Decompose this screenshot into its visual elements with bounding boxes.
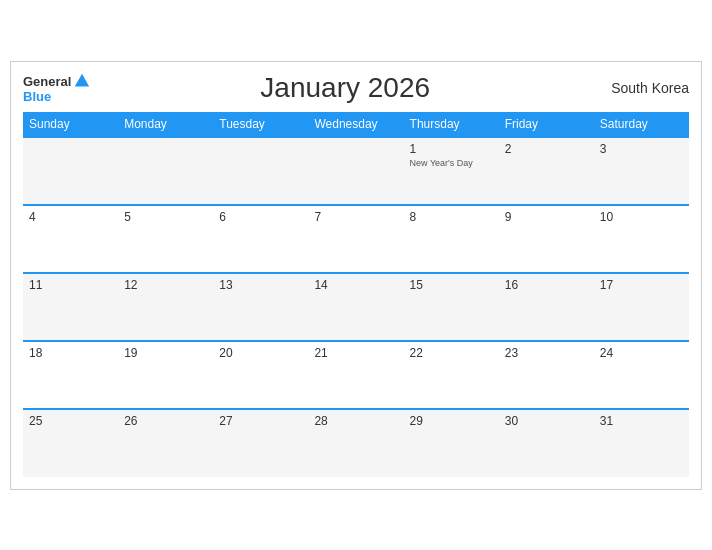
day-number: 9 — [505, 210, 588, 224]
day-number: 27 — [219, 414, 302, 428]
day-number: 6 — [219, 210, 302, 224]
day-number: 20 — [219, 346, 302, 360]
day-number: 30 — [505, 414, 588, 428]
day-number: 31 — [600, 414, 683, 428]
calendar-cell: 9 — [499, 205, 594, 273]
calendar-cell — [213, 137, 308, 205]
calendar-cell: 28 — [308, 409, 403, 477]
day-number: 3 — [600, 142, 683, 156]
calendar-week-row: 1New Year's Day23 — [23, 137, 689, 205]
calendar-cell — [23, 137, 118, 205]
weekday-header-row: SundayMondayTuesdayWednesdayThursdayFrid… — [23, 112, 689, 137]
calendar-cell: 11 — [23, 273, 118, 341]
day-number: 11 — [29, 278, 112, 292]
day-number: 14 — [314, 278, 397, 292]
calendar-cell: 22 — [404, 341, 499, 409]
day-number: 21 — [314, 346, 397, 360]
day-number: 15 — [410, 278, 493, 292]
day-number: 19 — [124, 346, 207, 360]
day-number: 24 — [600, 346, 683, 360]
day-number: 26 — [124, 414, 207, 428]
svg-marker-0 — [75, 74, 89, 87]
day-number: 28 — [314, 414, 397, 428]
calendar-cell: 8 — [404, 205, 499, 273]
weekday-header: Monday — [118, 112, 213, 137]
logo-blue-text: Blue — [23, 90, 51, 103]
calendar-cell: 10 — [594, 205, 689, 273]
logo-icon — [73, 72, 91, 90]
day-number: 23 — [505, 346, 588, 360]
calendar-cell: 13 — [213, 273, 308, 341]
calendar-week-row: 11121314151617 — [23, 273, 689, 341]
calendar-cell: 29 — [404, 409, 499, 477]
day-number: 1 — [410, 142, 493, 156]
calendar-cell — [308, 137, 403, 205]
calendar-cell: 31 — [594, 409, 689, 477]
calendar-cell: 5 — [118, 205, 213, 273]
country-label: South Korea — [599, 80, 689, 96]
day-number: 7 — [314, 210, 397, 224]
day-number: 16 — [505, 278, 588, 292]
calendar-cell: 14 — [308, 273, 403, 341]
calendar-cell: 26 — [118, 409, 213, 477]
calendar-cell: 12 — [118, 273, 213, 341]
holiday-label: New Year's Day — [410, 158, 493, 168]
weekday-header: Friday — [499, 112, 594, 137]
calendar-cell: 16 — [499, 273, 594, 341]
calendar-cell: 21 — [308, 341, 403, 409]
calendar-cell — [118, 137, 213, 205]
logo-general-text: General — [23, 75, 71, 88]
calendar-cell: 23 — [499, 341, 594, 409]
calendar-title: January 2026 — [91, 72, 599, 104]
day-number: 10 — [600, 210, 683, 224]
calendar-cell: 7 — [308, 205, 403, 273]
calendar-cell: 1New Year's Day — [404, 137, 499, 205]
day-number: 5 — [124, 210, 207, 224]
calendar-week-row: 45678910 — [23, 205, 689, 273]
calendar-cell: 6 — [213, 205, 308, 273]
calendar-cell: 30 — [499, 409, 594, 477]
weekday-header: Thursday — [404, 112, 499, 137]
calendar-cell: 18 — [23, 341, 118, 409]
calendar-cell: 2 — [499, 137, 594, 205]
day-number: 4 — [29, 210, 112, 224]
weekday-header: Tuesday — [213, 112, 308, 137]
calendar-cell: 27 — [213, 409, 308, 477]
calendar-table: SundayMondayTuesdayWednesdayThursdayFrid… — [23, 112, 689, 477]
calendar-cell: 3 — [594, 137, 689, 205]
calendar-cell: 4 — [23, 205, 118, 273]
calendar-cell: 19 — [118, 341, 213, 409]
logo: General Blue — [23, 72, 91, 103]
day-number: 13 — [219, 278, 302, 292]
calendar-cell: 20 — [213, 341, 308, 409]
day-number: 29 — [410, 414, 493, 428]
calendar-cell: 15 — [404, 273, 499, 341]
day-number: 2 — [505, 142, 588, 156]
calendar: General Blue January 2026 South Korea Su… — [10, 61, 702, 490]
day-number: 18 — [29, 346, 112, 360]
weekday-header: Wednesday — [308, 112, 403, 137]
calendar-week-row: 18192021222324 — [23, 341, 689, 409]
calendar-cell: 25 — [23, 409, 118, 477]
day-number: 22 — [410, 346, 493, 360]
calendar-cell: 24 — [594, 341, 689, 409]
day-number: 17 — [600, 278, 683, 292]
weekday-header: Saturday — [594, 112, 689, 137]
calendar-header: General Blue January 2026 South Korea — [23, 72, 689, 104]
calendar-cell: 17 — [594, 273, 689, 341]
day-number: 8 — [410, 210, 493, 224]
day-number: 12 — [124, 278, 207, 292]
calendar-week-row: 25262728293031 — [23, 409, 689, 477]
weekday-header: Sunday — [23, 112, 118, 137]
day-number: 25 — [29, 414, 112, 428]
